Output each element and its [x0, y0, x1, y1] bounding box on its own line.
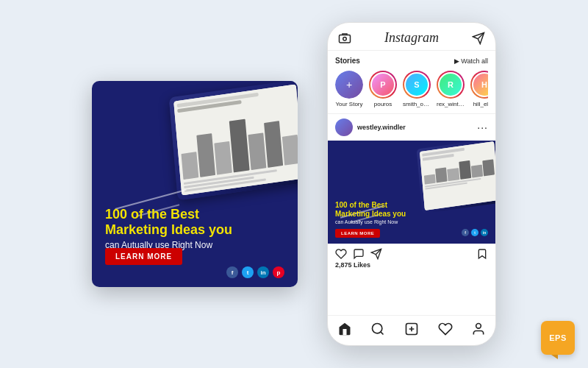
post-user-avatar: [335, 118, 353, 136]
stories-row: + Your Story P pouros S smith_oran: [335, 71, 488, 107]
mini-headline1: 100 of the Best: [335, 201, 406, 210]
stories-section: Stories ▶ Watch all + Your Story P pouro…: [328, 51, 495, 114]
pinterest-icon[interactable]: p: [273, 266, 284, 278]
instagram-header: Instagram: [328, 23, 495, 51]
bookmark-icon[interactable]: [476, 248, 488, 260]
post-headline1: 100 of the Best: [105, 207, 284, 223]
camera-icon[interactable]: [338, 32, 351, 45]
story-name-rex: rex_wintheiser: [437, 101, 465, 107]
mini-learn-more-button[interactable]: LEARN MORE: [335, 229, 380, 238]
post-text-area: 100 of the Best Marketing Ideas you can …: [105, 207, 284, 250]
mini-text-area: 100 of the Best Marketing Ideas you can …: [335, 201, 406, 224]
post-more-icon[interactable]: ···: [477, 121, 488, 133]
story-name-hill: hill_eliza: [473, 101, 488, 107]
twitter-icon[interactable]: t: [242, 266, 254, 278]
svg-line-7: [381, 332, 384, 335]
story-item-your[interactable]: + Your Story: [335, 71, 363, 107]
phone-mockup: Instagram Stories ▶ Watch all + Your Sto: [327, 22, 496, 346]
nav-add-icon[interactable]: [404, 322, 419, 336]
mini-headline2: Marketing Ideas you: [335, 210, 406, 219]
social-icons-row: f t in p: [226, 266, 284, 278]
instagram-bottom-nav: [328, 315, 495, 345]
send-icon[interactable]: [472, 32, 485, 45]
mini-subtext: can Autually use Right Now: [335, 219, 406, 224]
story-name-your: Your Story: [335, 101, 362, 107]
instagram-post: westley.windler ···: [328, 114, 495, 315]
post-headline2: Marketing Ideas you: [105, 222, 284, 238]
post-actions: [328, 244, 495, 261]
svg-point-11: [476, 324, 481, 329]
nav-profile-icon[interactable]: [471, 322, 486, 336]
main-scene: 100 of the Best Marketing Ideas you can …: [77, 7, 511, 361]
facebook-icon[interactable]: f: [226, 266, 238, 278]
mini-post-card: 100 of the Best Marketing Ideas you can …: [328, 141, 495, 244]
post-username: westley.windler: [357, 124, 406, 131]
mini-facebook-icon: f: [462, 229, 469, 236]
nav-search-icon[interactable]: [370, 322, 385, 336]
post-user-info: westley.windler: [335, 118, 406, 136]
mini-laptop-mockup: [417, 141, 495, 214]
svg-point-1: [343, 37, 347, 40]
story-item-smith[interactable]: S smith_oran: [403, 71, 431, 107]
likes-count: 2,875 Likes: [328, 261, 495, 269]
instagram-logo: Instagram: [384, 30, 439, 46]
nav-home-icon[interactable]: [337, 322, 352, 336]
eps-label: EPS: [549, 333, 567, 342]
svg-rect-0: [340, 35, 351, 43]
share-icon[interactable]: [370, 248, 382, 260]
story-item-pouros[interactable]: P pouros: [369, 71, 397, 107]
learn-more-button[interactable]: LEARN MORE: [105, 248, 182, 265]
comment-icon[interactable]: [353, 248, 365, 260]
heart-icon[interactable]: [335, 248, 347, 260]
story-name-pouros: pouros: [374, 101, 392, 107]
mini-linkedin-icon: in: [481, 229, 488, 236]
mini-twitter-icon: t: [471, 229, 478, 236]
laptop-mockup: [169, 81, 298, 200]
post-user-row: westley.windler ···: [328, 114, 495, 141]
story-item-hill[interactable]: H hill_eliza: [470, 71, 488, 107]
watch-all-link[interactable]: ▶ Watch all: [454, 57, 488, 65]
eps-badge: EPS: [541, 321, 575, 355]
stories-label: Stories: [335, 57, 360, 65]
linkedin-icon[interactable]: in: [257, 266, 269, 278]
nav-heart-icon[interactable]: [438, 322, 453, 336]
svg-point-6: [373, 324, 382, 333]
story-item-rex[interactable]: R rex_wintheiser: [437, 71, 465, 107]
story-name-smith: smith_oran: [403, 101, 431, 107]
mini-social-icons: f t in: [462, 229, 488, 236]
post-card: 100 of the Best Marketing Ideas you can …: [92, 81, 298, 287]
